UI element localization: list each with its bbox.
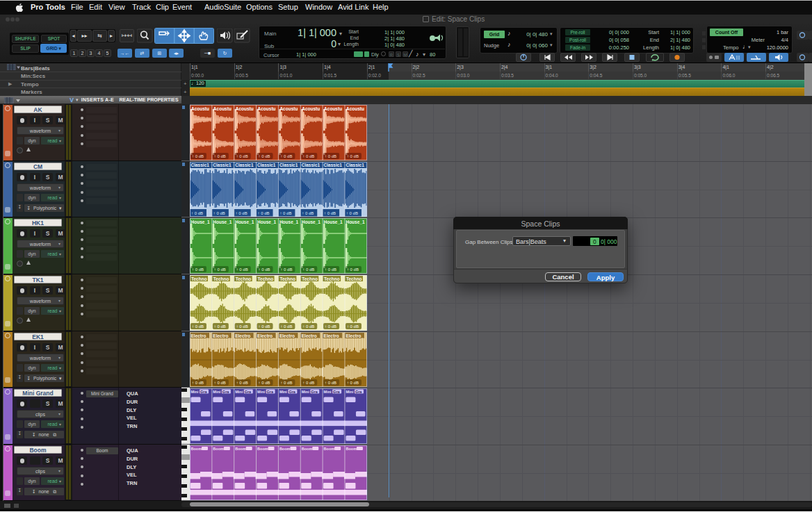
svg-text:↑ 0 dB: ↑ 0 dB <box>259 267 270 272</box>
svg-text:↑ 0 dB: ↑ 0 dB <box>347 154 359 158</box>
svg-text:↑ 0 dB: ↑ 0 dB <box>280 154 292 158</box>
svg-text:Acoustu: Acoustu <box>324 106 342 111</box>
svg-text:↑ 0 dB: ↑ 0 dB <box>236 381 248 385</box>
svg-text:House_1: House_1 <box>191 220 210 224</box>
svg-text:↑ 0 dB: ↑ 0 dB <box>258 211 270 215</box>
svg-text:↑ 0 dB: ↑ 0 dB <box>324 211 336 215</box>
svg-text:Classic1: Classic1 <box>279 163 298 167</box>
svg-text:↑ 0 dB: ↑ 0 dB <box>302 211 314 215</box>
svg-text:Gra: Gra <box>222 390 229 394</box>
svg-text:Classic1: Classic1 <box>257 163 276 167</box>
svg-text:Acoustu: Acoustu <box>191 106 209 111</box>
svg-text:Boom: Boom <box>235 447 246 451</box>
svg-text:Mini: Mini <box>191 390 199 394</box>
svg-text:Mini: Mini <box>235 390 243 394</box>
svg-text:Electro_: Electro_ <box>257 333 275 338</box>
svg-text:↑ 0 dB: ↑ 0 dB <box>280 267 292 272</box>
svg-text:Gra: Gra <box>245 390 252 394</box>
svg-text:Acoustu: Acoustu <box>236 106 254 111</box>
svg-text:Gra: Gra <box>355 390 362 394</box>
svg-text:↑ 0 dB: ↑ 0 dB <box>236 324 248 329</box>
svg-text:↑ 0 dB: ↑ 0 dB <box>302 324 314 329</box>
svg-text:Techno: Techno <box>302 276 318 281</box>
svg-text:↑ 0 dB: ↑ 0 dB <box>347 381 359 385</box>
svg-text:Mini: Mini <box>346 390 353 394</box>
svg-text:Classic1: Classic1 <box>302 163 320 167</box>
svg-text:Acoustu: Acoustu <box>279 106 298 111</box>
svg-text:↑ 0 dB: ↑ 0 dB <box>191 211 203 215</box>
svg-text:Acoustu: Acoustu <box>258 106 276 111</box>
svg-text:Techno: Techno <box>191 276 207 281</box>
svg-text:↑ 0 dB: ↑ 0 dB <box>302 154 314 158</box>
svg-text:Electro_: Electro_ <box>213 333 231 338</box>
svg-text:Classic1: Classic1 <box>324 163 343 167</box>
svg-text:↑ 0 dB: ↑ 0 dB <box>214 381 226 385</box>
svg-text:↑ 0 dB: ↑ 0 dB <box>213 211 225 215</box>
svg-text:↑ 0 dB: ↑ 0 dB <box>214 267 226 272</box>
svg-text:Electro_: Electro_ <box>324 333 342 338</box>
svg-text:Techno: Techno <box>324 276 340 281</box>
svg-text:Classic1: Classic1 <box>346 163 364 167</box>
svg-text:↑ 0 dB: ↑ 0 dB <box>259 381 270 385</box>
svg-text:Mini: Mini <box>279 390 287 394</box>
svg-text:Boom: Boom <box>302 447 313 451</box>
svg-text:↑ 0 dB: ↑ 0 dB <box>236 154 248 158</box>
svg-text:↑ 0 dB: ↑ 0 dB <box>236 267 248 272</box>
svg-text:Mini: Mini <box>213 390 220 394</box>
svg-text:Boom: Boom <box>191 447 202 451</box>
svg-text:Mini: Mini <box>257 390 265 394</box>
svg-text:↑ 0 dB: ↑ 0 dB <box>279 211 291 215</box>
svg-text:House_1: House_1 <box>279 220 298 224</box>
svg-text:House_1: House_1 <box>235 220 254 224</box>
svg-text:Gra: Gra <box>200 390 207 394</box>
svg-text:Techno: Techno <box>213 276 229 281</box>
svg-text:Acoustu: Acoustu <box>213 106 232 111</box>
svg-text:↑ 0 dB: ↑ 0 dB <box>192 267 204 272</box>
svg-text:Classic1: Classic1 <box>213 163 232 167</box>
svg-text:Classic1: Classic1 <box>235 163 254 167</box>
svg-text:↑ 0 dB: ↑ 0 dB <box>259 154 270 158</box>
svg-text:Mini: Mini <box>302 390 309 394</box>
svg-text:Acoustu: Acoustu <box>302 106 320 111</box>
svg-text:↑ 0 dB: ↑ 0 dB <box>346 211 358 215</box>
svg-text:↑ 0 dB: ↑ 0 dB <box>192 324 204 329</box>
svg-text:Techno: Techno <box>346 276 362 281</box>
svg-text:Techno: Techno <box>258 276 274 281</box>
svg-text:Electro_: Electro_ <box>279 333 298 338</box>
svg-text:↑ 0 dB: ↑ 0 dB <box>214 154 226 158</box>
svg-text:↑ 0 dB: ↑ 0 dB <box>347 267 359 272</box>
svg-text:Techno: Techno <box>279 276 295 281</box>
svg-text:Electro_: Electro_ <box>191 333 209 338</box>
svg-text:Electro_: Electro_ <box>302 333 320 338</box>
svg-text:↑ 0 dB: ↑ 0 dB <box>259 324 270 329</box>
svg-text:↑ 0 dB: ↑ 0 dB <box>236 211 247 215</box>
svg-text:Gra: Gra <box>311 390 318 394</box>
svg-text:↑ 0 dB: ↑ 0 dB <box>302 267 314 272</box>
svg-text:Boom: Boom <box>324 447 335 451</box>
svg-text:↑ 0 dB: ↑ 0 dB <box>192 154 204 158</box>
svg-text:House_1: House_1 <box>213 220 232 224</box>
svg-text:↑ 0 dB: ↑ 0 dB <box>325 381 336 385</box>
svg-text:Classic1: Classic1 <box>191 163 210 167</box>
svg-text:Boom: Boom <box>257 447 268 451</box>
svg-text:House_1: House_1 <box>257 220 276 224</box>
svg-text:Mini: Mini <box>324 390 332 394</box>
svg-text:↑ 0 dB: ↑ 0 dB <box>192 381 204 385</box>
svg-text:↑ 0 dB: ↑ 0 dB <box>325 324 336 329</box>
svg-text:Gra: Gra <box>333 390 340 394</box>
svg-text:Boom: Boom <box>213 447 224 451</box>
svg-text:Acoustu: Acoustu <box>346 106 364 111</box>
svg-text:Boom: Boom <box>346 447 357 451</box>
svg-text:Techno: Techno <box>236 276 252 281</box>
svg-text:House_1: House_1 <box>324 220 343 224</box>
svg-text:Electro_: Electro_ <box>346 333 364 338</box>
svg-text:↑ 0 dB: ↑ 0 dB <box>280 381 292 385</box>
svg-text:↑ 0 dB: ↑ 0 dB <box>347 324 359 329</box>
svg-text:Gra: Gra <box>267 390 274 394</box>
svg-text:Gra: Gra <box>289 390 295 394</box>
svg-text:↑ 0 dB: ↑ 0 dB <box>280 324 292 329</box>
svg-text:↑ 0 dB: ↑ 0 dB <box>325 154 336 158</box>
svg-text:Boom: Boom <box>279 447 291 451</box>
svg-text:↑ 0 dB: ↑ 0 dB <box>302 381 314 385</box>
svg-text:House_1: House_1 <box>302 220 320 224</box>
